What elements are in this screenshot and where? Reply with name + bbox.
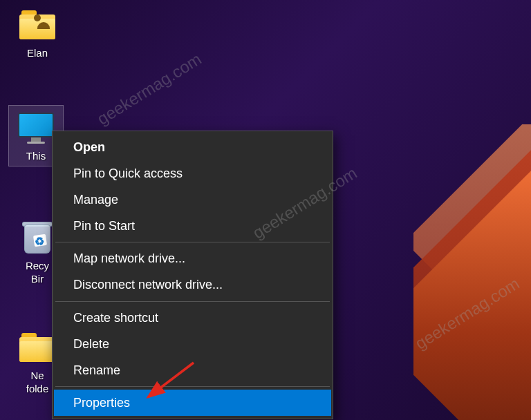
watermark: geekermag.com bbox=[94, 50, 205, 129]
menu-item-disconnect-network-drive[interactable]: Disconnect network drive... bbox=[54, 271, 331, 298]
recycle-bin-icon: ♻ bbox=[18, 218, 57, 257]
menu-item-pin-start[interactable]: Pin to Start bbox=[54, 213, 331, 239]
menu-separator bbox=[55, 242, 330, 242]
menu-item-rename[interactable]: Rename bbox=[54, 357, 331, 383]
menu-item-delete[interactable]: Delete bbox=[54, 331, 331, 357]
user-folder-icon bbox=[18, 6, 57, 44]
desktop-icon-user-folder[interactable]: Elan bbox=[10, 6, 65, 60]
icon-label: Elan bbox=[10, 47, 65, 60]
this-pc-icon bbox=[17, 108, 55, 147]
menu-item-manage[interactable]: Manage bbox=[54, 187, 331, 213]
folder-icon bbox=[18, 328, 57, 367]
menu-item-create-shortcut[interactable]: Create shortcut bbox=[54, 305, 331, 331]
menu-item-open[interactable]: Open bbox=[54, 134, 331, 160]
menu-separator bbox=[55, 301, 330, 302]
menu-item-map-network-drive[interactable]: Map network drive... bbox=[54, 245, 331, 271]
menu-separator bbox=[55, 386, 330, 387]
wallpaper-decor bbox=[413, 124, 531, 420]
menu-item-properties[interactable]: Properties bbox=[54, 390, 331, 416]
context-menu: Open Pin to Quick access Manage Pin to S… bbox=[52, 131, 333, 419]
menu-item-pin-quick-access[interactable]: Pin to Quick access bbox=[54, 160, 331, 187]
